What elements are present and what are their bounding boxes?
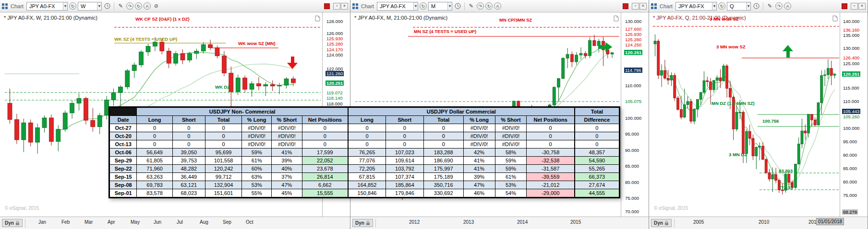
- restore-window-button[interactable]: ▫: [333, 3, 340, 10]
- table-cell: 39%: [463, 173, 495, 181]
- esignal-watermark: © eSignal, 2015: [654, 206, 688, 211]
- draw-pencil-button[interactable]: ✎: [467, 2, 475, 11]
- redo-circle-button[interactable]: ↷: [775, 2, 783, 10]
- table-cell: 186,690: [423, 157, 463, 165]
- time-axis-bar: Dyn: [350, 217, 649, 229]
- redo-circle-button[interactable]: ↷: [477, 2, 484, 10]
- layout-grid-icon[interactable]: [651, 3, 657, 9]
- chart-window-label: Chart: [361, 3, 374, 9]
- table-cell: 67,815: [348, 173, 386, 181]
- close-window-button[interactable]: ×: [639, 3, 647, 10]
- table-cell: 53%: [495, 181, 527, 189]
- restore-window-button[interactable]: ▫: [851, 3, 858, 10]
- refresh-symbol-button[interactable]: ↻: [718, 2, 725, 10]
- column-header: % Long: [242, 116, 272, 124]
- alert-stop-button[interactable]: [324, 3, 330, 9]
- clear-studies-button[interactable]: ⊘: [152, 2, 160, 11]
- table-cell: 101,558: [205, 157, 242, 165]
- column-header: Net Positions: [302, 116, 348, 124]
- table-cell: 61%: [242, 157, 272, 165]
- chevron-down-icon[interactable]: ▾: [746, 2, 750, 10]
- esignal-workspace: Chart JPY A0-FX ▾ ↻ W ▾ ✎ ↷ ↻ A ⊘ ▫ ×: [0, 0, 868, 229]
- symbol-value: JPY A0-FX: [29, 3, 55, 9]
- annotation-a-button[interactable]: A: [494, 2, 501, 10]
- layout-grid-icon[interactable]: [352, 3, 358, 9]
- table-cell: 48,357: [575, 149, 620, 157]
- interval-input[interactable]: W ▾: [78, 2, 102, 11]
- table-cell: 72,205: [348, 165, 386, 173]
- time-axis-bar: Dyn: [0, 217, 350, 229]
- table-cell: 0: [137, 140, 172, 149]
- symbol-input[interactable]: JPY A0-FX ▾: [377, 2, 418, 11]
- table-row: Oct-20000#DIV/0!#DIV/0!0000#DIV/0!#DIV/0…: [109, 132, 620, 140]
- chevron-down-icon[interactable]: ▾: [97, 2, 101, 10]
- annotation-a-button[interactable]: A: [784, 2, 791, 10]
- column-header: Short: [172, 116, 205, 124]
- table-cell: 0: [527, 124, 575, 132]
- table-cell: 22,052: [302, 157, 348, 165]
- chevron-down-icon[interactable]: ▾: [447, 2, 452, 10]
- chart-plot-area[interactable]: * JPY A0-FX, Q, 21:00-21:00 (Dynamic) © …: [649, 12, 868, 217]
- lock-icon: [366, 220, 370, 226]
- page-icon[interactable]: [315, 15, 320, 23]
- time-template-button[interactable]: [752, 2, 760, 11]
- table-cell: 120,242: [205, 165, 242, 173]
- table-cell: Sep-01: [109, 189, 137, 198]
- table-cell: 0: [137, 124, 172, 132]
- table-cell: -29,000: [527, 189, 575, 198]
- column-header: Total: [205, 116, 242, 124]
- window-controls: ▫ ×: [631, 3, 647, 10]
- chevron-down-icon[interactable]: ▾: [63, 2, 67, 10]
- table-cell: 0: [423, 132, 463, 140]
- dynamic-session-button[interactable]: Dyn: [651, 219, 672, 227]
- table-cell: 0: [348, 124, 386, 132]
- table-cell: 76,265: [348, 149, 386, 157]
- alert-stop-button[interactable]: [842, 3, 847, 9]
- symbol-input[interactable]: JPY A0-FX ▾: [675, 2, 717, 11]
- table-corner-cell: [109, 107, 137, 116]
- group-header-commercial: USDJPY Dollar Commercial: [348, 107, 575, 116]
- time-template-button[interactable]: [103, 2, 111, 11]
- lock-icon: [15, 220, 20, 226]
- time-template-button[interactable]: [454, 2, 462, 11]
- draw-pencil-button[interactable]: ✎: [766, 2, 774, 11]
- table-cell: 46%: [463, 189, 495, 198]
- table-cell: 0: [205, 140, 242, 149]
- table-cell: #DIV/0!: [242, 124, 272, 132]
- table-cell: Sep-08: [109, 181, 137, 189]
- table-cell: 47%: [272, 181, 302, 189]
- layout-grid-icon[interactable]: [2, 3, 8, 9]
- chevron-down-icon[interactable]: ▾: [712, 2, 716, 10]
- annotation-a-button[interactable]: A: [144, 2, 151, 10]
- chart-toolbar: Chart JPY A0-FX ▾ ↻ W ▾ ✎ ↷ ↻ A ⊘ ▫ ×: [0, 0, 350, 12]
- symbol-input[interactable]: JPY A0-FX ▾: [26, 2, 68, 11]
- close-window-button[interactable]: ×: [341, 3, 348, 10]
- table-cell: #DIV/0!: [495, 132, 527, 140]
- reload-circle-button[interactable]: ↻: [135, 2, 142, 10]
- table-cell: #DIV/0!: [272, 124, 302, 132]
- table-cell: 132,904: [205, 181, 242, 189]
- dynamic-session-button[interactable]: Dyn: [352, 219, 373, 227]
- reload-circle-button[interactable]: ↻: [485, 2, 493, 10]
- dynamic-session-button[interactable]: Dyn: [2, 219, 23, 227]
- table-cell: 151,601: [205, 189, 242, 198]
- time-axis-bar: Dyn: [649, 217, 868, 229]
- restore-window-button[interactable]: ▫: [632, 3, 639, 10]
- page-icon[interactable]: [614, 15, 619, 23]
- lock-icon: [664, 220, 669, 226]
- table-cell: 59%: [495, 165, 527, 173]
- refresh-symbol-button[interactable]: ↻: [420, 2, 427, 10]
- redo-circle-button[interactable]: ↷: [126, 2, 133, 10]
- toolbar-divider: [114, 2, 114, 10]
- draw-pencil-button[interactable]: ✎: [117, 2, 125, 11]
- dyn-label: Dyn: [654, 220, 663, 226]
- chevron-down-icon[interactable]: ▾: [413, 2, 418, 10]
- close-window-button[interactable]: ×: [858, 3, 866, 10]
- table-cell: 39,753: [172, 157, 205, 165]
- alert-stop-button[interactable]: [623, 3, 628, 9]
- interval-input[interactable]: M ▾: [428, 2, 452, 11]
- page-icon[interactable]: [832, 15, 838, 23]
- interval-input[interactable]: Q ▾: [727, 2, 751, 11]
- refresh-symbol-button[interactable]: ↻: [69, 2, 76, 10]
- table-cell: 40%: [272, 165, 302, 173]
